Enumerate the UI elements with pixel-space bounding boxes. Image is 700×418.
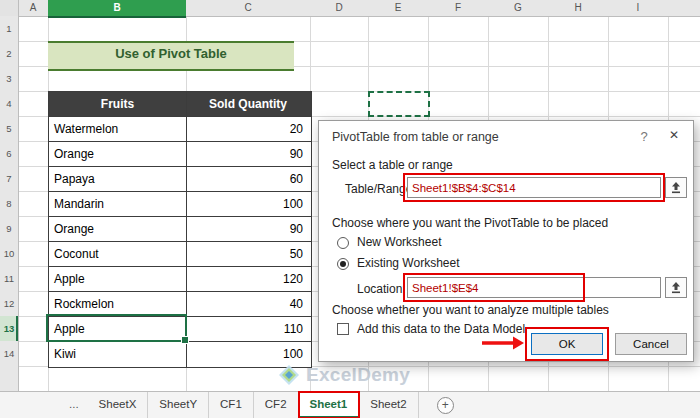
- table-row: Watermelon20: [49, 117, 311, 142]
- row-header[interactable]: 4: [0, 91, 18, 116]
- table-cell[interactable]: 100: [187, 192, 309, 216]
- table-cell[interactable]: Coconut: [49, 242, 187, 266]
- table-cell[interactable]: Mandarin: [49, 192, 187, 216]
- table-range-label: Table/Range:: [345, 182, 416, 196]
- location-label: Location:: [357, 282, 406, 296]
- table-row: Orange90: [49, 217, 311, 242]
- radio-new-worksheet[interactable]: [337, 237, 349, 249]
- table-cell[interactable]: Rockmelon: [49, 292, 187, 316]
- column-header-e[interactable]: E: [368, 0, 428, 16]
- column-header-i[interactable]: I: [608, 0, 668, 16]
- row-header[interactable]: 3: [0, 66, 18, 91]
- data-model-label: Add this data to the Data Model: [357, 322, 525, 336]
- table-cell[interactable]: Papaya: [49, 167, 187, 191]
- select-range-section-label: Select a table or range: [332, 158, 453, 172]
- tab-cf1[interactable]: CF1: [209, 392, 254, 418]
- tab-sheet2[interactable]: Sheet2: [359, 392, 418, 418]
- table-cell[interactable]: 60: [187, 167, 309, 191]
- column-header-g[interactable]: G: [488, 0, 548, 16]
- marching-ants-selection: [368, 91, 430, 117]
- select-all-corner[interactable]: [0, 0, 19, 16]
- tab-overflow[interactable]: ...: [60, 392, 88, 418]
- row-header[interactable]: 5: [0, 116, 18, 141]
- pivottable-dialog: PivotTable from table or range ? ✕ Selec…: [318, 120, 694, 362]
- table-row: Apple120: [49, 267, 311, 292]
- watermark-text: ExcelDemy: [306, 364, 410, 386]
- column-header-b-selected[interactable]: B: [48, 0, 186, 18]
- table-row: Kiwi100: [49, 342, 311, 367]
- checkbox-data-model[interactable]: [337, 323, 349, 335]
- row-header[interactable]: 14: [0, 341, 18, 366]
- new-worksheet-label: New Worksheet: [357, 235, 441, 249]
- table-cell[interactable]: 110: [187, 317, 309, 341]
- ok-button[interactable]: OK: [531, 333, 603, 355]
- exceldemy-logo-icon: [278, 364, 300, 386]
- table-cell[interactable]: Watermelon: [49, 117, 187, 141]
- table-row: Coconut50: [49, 242, 311, 267]
- range-selector-button-location[interactable]: [665, 277, 687, 298]
- row-header[interactable]: 7: [0, 166, 18, 191]
- table-cell[interactable]: Orange: [49, 142, 187, 166]
- add-sheet-button[interactable]: +: [437, 397, 454, 414]
- dialog-title: PivotTable from table or range: [332, 130, 499, 144]
- sheet-tab-bar: ... SheetX SheetY CF1 CF2 Sheet1 Sheet2 …: [0, 391, 700, 418]
- table-cell[interactable]: 40: [187, 292, 309, 316]
- table-cell[interactable]: Apple: [49, 267, 187, 291]
- placement-section-label: Choose where you want the PivotTable to …: [332, 216, 608, 230]
- table-cell[interactable]: 90: [187, 142, 309, 166]
- existing-worksheet-label: Existing Worksheet: [357, 256, 460, 270]
- tab-sheety[interactable]: SheetY: [148, 392, 209, 418]
- table-range-input[interactable]: [407, 177, 661, 198]
- table-row: Orange90: [49, 142, 311, 167]
- row-header-13-selected[interactable]: 13: [0, 316, 18, 341]
- excel-window: A B C D E F G H I 1 2 3 4 5 6 7 8 9 10 1…: [0, 0, 700, 418]
- table-cell[interactable]: 50: [187, 242, 309, 266]
- row-header[interactable]: 1: [0, 16, 18, 41]
- table-cell[interactable]: 20: [187, 117, 309, 141]
- table-cell[interactable]: 120: [187, 267, 309, 291]
- column-header-f[interactable]: F: [428, 0, 488, 16]
- annotation-arrow: [480, 335, 526, 351]
- table-row: Mandarin100: [49, 192, 311, 217]
- row-header[interactable]: 8: [0, 191, 18, 216]
- location-input[interactable]: [407, 277, 661, 298]
- tabbar-spacer: [0, 392, 60, 418]
- cancel-button[interactable]: Cancel: [615, 333, 687, 355]
- watermark: ExcelDemy: [278, 360, 410, 389]
- radio-existing-worksheet[interactable]: [337, 258, 349, 270]
- table-header-fruits[interactable]: Fruits: [49, 92, 187, 116]
- row-header[interactable]: 10: [0, 241, 18, 266]
- fill-handle[interactable]: [181, 336, 189, 344]
- row-header[interactable]: 2: [0, 41, 18, 66]
- tab-sheetx[interactable]: SheetX: [88, 392, 149, 418]
- column-header-d[interactable]: D: [310, 0, 368, 16]
- tab-cf2[interactable]: CF2: [254, 392, 299, 418]
- table-cell[interactable]: 90: [187, 217, 309, 241]
- collapse-dialog-icon: [670, 282, 682, 294]
- close-icon[interactable]: ✕: [663, 128, 685, 146]
- help-icon[interactable]: ?: [635, 129, 653, 145]
- row-header[interactable]: 6: [0, 141, 18, 166]
- column-header-strip: A B C D E F G H I: [0, 0, 700, 17]
- row-header-strip: 1 2 3 4 5 6 7 8 9 10 11 12 13 14: [0, 16, 19, 391]
- range-selector-button[interactable]: [665, 177, 687, 198]
- collapse-dialog-icon: [670, 182, 682, 194]
- selected-cell-border: [46, 314, 187, 342]
- row-header[interactable]: 9: [0, 216, 18, 241]
- column-header-c[interactable]: C: [186, 0, 310, 16]
- table-header-sold-quantity[interactable]: Sold Quantity: [187, 92, 309, 116]
- row-header[interactable]: 11: [0, 266, 18, 291]
- worksheet-title-banner: Use of Pivot Table: [48, 41, 294, 71]
- column-header-h[interactable]: H: [548, 0, 608, 16]
- table-cell[interactable]: Kiwi: [49, 342, 187, 367]
- row-header[interactable]: 12: [0, 291, 18, 316]
- analyze-section-label: Choose whether you want to analyze multi…: [332, 303, 609, 317]
- table-header-row: Fruits Sold Quantity: [49, 92, 311, 117]
- table-cell[interactable]: Orange: [49, 217, 187, 241]
- column-header-a[interactable]: A: [18, 0, 48, 16]
- tab-sheet1-active[interactable]: Sheet1: [299, 392, 360, 418]
- table-row: Papaya60: [49, 167, 311, 192]
